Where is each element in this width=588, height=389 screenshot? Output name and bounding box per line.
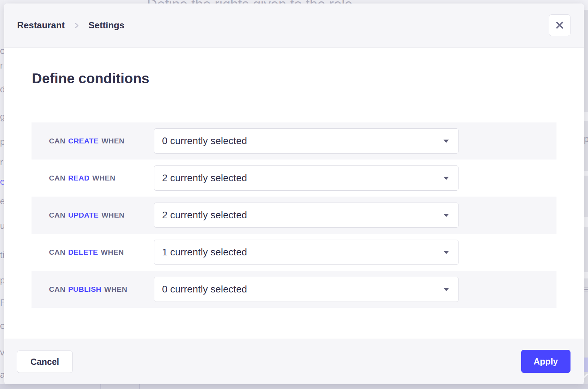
backdrop-text-fragment: v <box>0 347 4 358</box>
backdrop-text-fragment: r <box>0 157 3 168</box>
backdrop-text-fragment: p <box>584 134 588 144</box>
label-action: PUBLISH <box>68 285 102 293</box>
chevron-down-icon <box>443 140 449 143</box>
modal-footer: Cancel Apply <box>4 339 584 384</box>
apply-button[interactable]: Apply <box>521 350 570 373</box>
condition-row-label: CAN PUBLISH WHEN <box>31 285 154 293</box>
select-value: 2 currently selected <box>162 172 247 184</box>
condition-row-delete: CAN DELETE WHEN 1 currently selected <box>31 234 556 271</box>
chevron-right-icon <box>74 22 79 29</box>
conditions-list: CAN CREATE WHEN 0 currently selected CAN… <box>31 122 556 308</box>
label-suffix: WHEN <box>104 285 127 293</box>
backdrop-divider <box>139 384 140 389</box>
label-suffix: WHEN <box>92 174 115 182</box>
dialog-title: Define conditions <box>32 71 149 86</box>
backdrop-divider <box>100 384 101 389</box>
cancel-button[interactable]: Cancel <box>17 351 73 373</box>
condition-select-update[interactable]: 2 currently selected <box>154 203 458 228</box>
backdrop-text-fragment: u <box>0 220 4 231</box>
chevron-down-icon <box>443 251 449 254</box>
label-prefix: CAN <box>49 211 65 219</box>
condition-select-publish[interactable]: 0 currently selected <box>154 277 458 302</box>
condition-select-read[interactable]: 2 currently selected <box>154 165 458 191</box>
backdrop-text-fragment: P <box>0 297 4 308</box>
backdrop-left-edge: olrdgpreerutipPevai <box>0 0 4 384</box>
close-button[interactable] <box>549 14 570 36</box>
label-prefix: CAN <box>49 285 65 293</box>
backdrop-band <box>584 272 588 278</box>
backdrop-text-fragment: ≡ <box>584 284 588 295</box>
chevron-down-icon <box>443 177 449 180</box>
backdrop-text-fragment: d <box>0 84 4 95</box>
select-value: 0 currently selected <box>162 284 247 295</box>
chevron-down-icon <box>443 288 449 291</box>
close-icon <box>555 20 565 30</box>
backdrop-text-fragment: p <box>0 275 4 286</box>
breadcrumb-parent[interactable]: Restaurant <box>17 20 65 31</box>
backdrop-text-fragment: p <box>0 136 4 147</box>
backdrop-band <box>584 217 588 227</box>
label-prefix: CAN <box>49 174 65 182</box>
condition-row-label: CAN READ WHEN <box>31 174 154 182</box>
label-prefix: CAN <box>49 137 65 145</box>
condition-row-read: CAN READ WHEN 2 currently selected <box>31 160 556 197</box>
backdrop-band <box>584 171 588 176</box>
label-action: CREATE <box>68 137 99 145</box>
backdrop-text-fragment: er <box>0 196 4 207</box>
label-action: UPDATE <box>68 211 99 219</box>
backdrop-right-edge: p≡ <box>584 10 588 384</box>
label-action: DELETE <box>68 248 98 256</box>
backdrop-text-fragment: ai <box>0 369 4 380</box>
label-suffix: WHEN <box>101 248 124 256</box>
select-value: 2 currently selected <box>162 210 247 221</box>
conditions-modal: Restaurant Settings Define conditions CA… <box>4 3 584 384</box>
divider <box>31 105 556 105</box>
label-suffix: WHEN <box>102 137 125 145</box>
breadcrumb: Restaurant Settings <box>17 3 124 47</box>
backdrop-text-fragment: ol <box>0 45 4 56</box>
modal-body: Define conditions CAN CREATE WHEN 0 curr… <box>4 48 584 339</box>
backdrop-text-fragment: e <box>0 320 4 331</box>
backdrop-bottom-strip <box>0 384 588 389</box>
condition-row-create: CAN CREATE WHEN 0 currently selected <box>31 122 556 160</box>
condition-select-delete[interactable]: 1 currently selected <box>154 240 458 265</box>
modal-header: Restaurant Settings <box>4 3 584 48</box>
select-value: 0 currently selected <box>162 135 247 147</box>
label-action: READ <box>68 174 90 182</box>
breadcrumb-current: Settings <box>89 20 125 31</box>
backdrop-text-fragment: r <box>0 60 3 71</box>
condition-row-label: CAN UPDATE WHEN <box>31 211 154 219</box>
chevron-down-icon <box>443 214 449 217</box>
backdrop-artifact <box>583 358 588 372</box>
backdrop-text-fragment: ti <box>0 250 4 261</box>
backdrop-text-fragment: g <box>0 111 4 122</box>
label-prefix: CAN <box>49 248 65 256</box>
backdrop-text-fragment: e <box>0 176 4 187</box>
backdrop-band <box>584 112 588 121</box>
label-suffix: WHEN <box>102 211 125 219</box>
condition-row-label: CAN CREATE WHEN <box>31 137 154 145</box>
condition-row-update: CAN UPDATE WHEN 2 currently selected <box>31 197 556 234</box>
condition-row-publish: CAN PUBLISH WHEN 0 currently selected <box>31 271 556 308</box>
condition-row-label: CAN DELETE WHEN <box>31 248 154 256</box>
select-value: 1 currently selected <box>162 247 247 258</box>
condition-select-create[interactable]: 0 currently selected <box>154 128 458 154</box>
